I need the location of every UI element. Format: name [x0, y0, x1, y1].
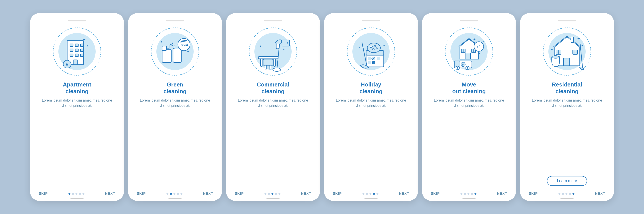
- dot[interactable]: [166, 193, 168, 195]
- dot[interactable]: [170, 193, 172, 195]
- dot[interactable]: [373, 193, 375, 195]
- phone-desc-moveout: Lorem ipsum dolor sit dim amet, mea regi…: [428, 98, 510, 188]
- dot[interactable]: [268, 193, 270, 195]
- svg-point-35: [273, 68, 281, 71]
- next-button-5[interactable]: NEXT: [497, 192, 507, 196]
- svg-rect-46: [377, 57, 380, 60]
- svg-text:✦: ✦: [260, 45, 262, 48]
- next-button-3[interactable]: NEXT: [301, 192, 311, 196]
- illustration-apartment: ✦ ✦ ❀: [51, 25, 103, 78]
- phone-nav-holiday: SKIP NEXT: [330, 188, 412, 196]
- dot[interactable]: [72, 193, 74, 195]
- svg-point-68: [457, 67, 458, 69]
- svg-point-54: [372, 48, 374, 50]
- phone-desc-holiday: Lorem ipsum dolor sit dim amet, mea regi…: [330, 98, 412, 188]
- phone-nav-commercial: SKIP NEXT: [232, 188, 314, 196]
- dot[interactable]: [464, 193, 466, 195]
- skip-button-5[interactable]: SKIP: [431, 192, 440, 196]
- skip-button-3[interactable]: SKIP: [235, 192, 244, 196]
- svg-text:✦: ✦: [577, 36, 580, 41]
- svg-text:✦: ✦: [581, 44, 584, 47]
- dot[interactable]: [376, 193, 378, 195]
- phone-nav-green: SKIP NEXT: [134, 188, 216, 196]
- phone-desc-green: Lorem ipsum dolor sit dim amet, mea regi…: [134, 98, 216, 188]
- dot[interactable]: [272, 193, 274, 195]
- learn-more-button[interactable]: Learn more: [547, 176, 587, 186]
- dot[interactable]: [468, 193, 470, 195]
- svg-rect-7: [70, 54, 73, 57]
- next-button-1[interactable]: NEXT: [105, 192, 115, 196]
- dot[interactable]: [68, 193, 70, 195]
- dot[interactable]: [264, 193, 266, 195]
- svg-text:✦: ✦: [282, 47, 285, 51]
- dot[interactable]: [180, 193, 182, 195]
- svg-text:❀: ❀: [66, 62, 68, 66]
- svg-text:✦: ✦: [382, 43, 386, 47]
- svg-rect-47: [368, 61, 371, 64]
- svg-point-19: [170, 44, 172, 45]
- nav-dots-3: [264, 193, 280, 195]
- svg-rect-29: [260, 59, 262, 66]
- skip-button-6[interactable]: SKIP: [529, 192, 538, 196]
- dot[interactable]: [569, 193, 571, 195]
- dot[interactable]: [362, 193, 364, 195]
- nav-dots-1: [68, 193, 84, 195]
- svg-point-51: [370, 46, 372, 48]
- phone-title-green: Green cleaning: [164, 81, 186, 95]
- dot[interactable]: [79, 193, 81, 195]
- skip-button-4[interactable]: SKIP: [333, 192, 342, 196]
- dot[interactable]: [275, 193, 277, 195]
- svg-rect-44: [368, 57, 371, 60]
- dot[interactable]: [82, 193, 84, 195]
- next-button-6[interactable]: NEXT: [595, 192, 605, 196]
- skip-button-1[interactable]: SKIP: [39, 192, 48, 196]
- dot[interactable]: [558, 193, 560, 195]
- svg-rect-79: [571, 37, 574, 43]
- phone-nav-residential: SKIP NEXT: [526, 188, 608, 196]
- svg-rect-28: [258, 57, 278, 59]
- dot[interactable]: [471, 193, 473, 195]
- dot[interactable]: [572, 193, 574, 195]
- svg-text:✦: ✦: [186, 50, 190, 53]
- svg-point-89: [552, 56, 560, 58]
- svg-rect-1: [70, 44, 73, 46]
- svg-rect-31: [263, 59, 273, 65]
- dot[interactable]: [366, 193, 368, 195]
- phone-notch: [460, 20, 478, 21]
- dot[interactable]: [566, 193, 568, 195]
- svg-rect-6: [80, 49, 84, 52]
- svg-rect-58: [466, 53, 470, 59]
- scroll-indicator: [364, 198, 378, 199]
- svg-text:✦: ✦: [473, 38, 476, 41]
- phone-notch: [264, 20, 282, 21]
- phone-desc-apartment: Lorem ipsum dolor sit dim amet, mea regi…: [36, 98, 118, 188]
- phone-desc-residential: Lorem ipsum dolor sit dim amet, mea regi…: [526, 98, 608, 173]
- svg-text:✦: ✦: [82, 38, 86, 42]
- scroll-indicator: [70, 198, 84, 199]
- phone-green: eco ✦ ✦ Green cleaning Lorem ipsum dolor…: [128, 13, 222, 201]
- nav-dots-5: [460, 193, 476, 195]
- dot[interactable]: [76, 193, 78, 195]
- scroll-indicator: [462, 198, 476, 199]
- dot[interactable]: [177, 193, 179, 195]
- dot[interactable]: [278, 193, 280, 195]
- svg-rect-16: [162, 46, 166, 50]
- svg-line-88: [580, 44, 583, 70]
- nav-dots-2: [166, 193, 182, 195]
- dot[interactable]: [562, 193, 564, 195]
- next-button-2[interactable]: NEXT: [203, 192, 213, 196]
- dot[interactable]: [474, 193, 476, 195]
- phone-moveout: ⇄ ❀ ✦ ✦ ✦ Move out cleaning Lorem ipsum …: [422, 13, 516, 201]
- svg-rect-15: [162, 49, 171, 62]
- skip-button-2[interactable]: SKIP: [137, 192, 146, 196]
- svg-point-81: [569, 62, 570, 63]
- next-button-4[interactable]: NEXT: [399, 192, 409, 196]
- svg-text:✦: ✦: [86, 44, 88, 47]
- svg-point-50: [367, 43, 380, 53]
- phone-nav-moveout: SKIP NEXT: [428, 188, 510, 196]
- dot[interactable]: [370, 193, 372, 195]
- svg-text:✦: ✦: [358, 46, 360, 49]
- phone-desc-commercial: Lorem ipsum dolor sit dim amet, mea regi…: [232, 98, 314, 188]
- dot[interactable]: [460, 193, 462, 195]
- dot[interactable]: [174, 193, 176, 195]
